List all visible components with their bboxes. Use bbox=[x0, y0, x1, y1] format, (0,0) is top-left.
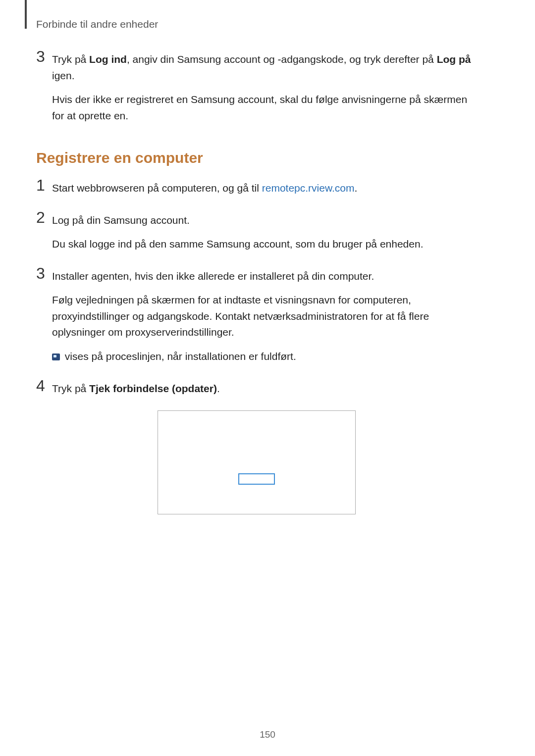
link-text: remotepc.rview.com bbox=[262, 182, 355, 194]
step-3: 3 Installer agenten, hvis den ikke aller… bbox=[36, 266, 477, 365]
step-body: Log på din Samsung account. Du skal logg… bbox=[52, 212, 423, 252]
text: , angiv din Samsung account og -adgangsk… bbox=[127, 53, 437, 65]
section-heading: Registrere en computer bbox=[36, 150, 477, 166]
paragraph: Du skal logge ind på den samme Samsung a… bbox=[52, 236, 423, 252]
monitor-tray-icon bbox=[52, 353, 60, 360]
breadcrumb-header: Forbinde til andre enheder bbox=[36, 18, 158, 30]
paragraph: Tryk på Log ind, angiv din Samsung accou… bbox=[52, 51, 477, 84]
paragraph: vises på proceslinjen, når installatione… bbox=[52, 349, 477, 365]
step-body: Tryk på Tjek forbindelse (opdater). bbox=[52, 381, 220, 397]
highlighted-button-outline bbox=[238, 473, 275, 485]
paragraph: Tryk på Tjek forbindelse (opdater). bbox=[52, 381, 220, 397]
screenshot-placeholder bbox=[158, 410, 356, 514]
text: Tryk på bbox=[52, 53, 89, 65]
paragraph: Følg vejledningen på skærmen for at indt… bbox=[52, 292, 477, 341]
step-number: 1 bbox=[36, 177, 52, 193]
bold-text: Tjek forbindelse (opdater) bbox=[89, 383, 217, 394]
bold-text: Log på bbox=[437, 53, 471, 65]
text: Tryk på bbox=[52, 383, 89, 394]
paragraph: Start webbrowseren på computeren, og gå … bbox=[52, 180, 357, 197]
step-number: 4 bbox=[36, 378, 52, 394]
page-content: 3 Tryk på Log ind, angiv din Samsung acc… bbox=[36, 50, 477, 514]
text: . bbox=[354, 182, 357, 194]
step-1: 1 Start webbrowseren på computeren, og g… bbox=[36, 178, 477, 197]
paragraph: Installer agenten, hvis den ikke allered… bbox=[52, 268, 477, 285]
step-body: Tryk på Log ind, angiv din Samsung accou… bbox=[52, 51, 477, 124]
step-2: 2 Log på din Samsung account. Du skal lo… bbox=[36, 210, 477, 252]
text: igen. bbox=[52, 70, 75, 81]
text: . bbox=[217, 383, 220, 394]
step-number: 3 bbox=[36, 265, 52, 281]
step-body: Start webbrowseren på computeren, og gå … bbox=[52, 180, 357, 197]
step-number: 3 bbox=[36, 49, 52, 64]
paragraph: Log på din Samsung account. bbox=[52, 212, 423, 229]
step-4: 4 Tryk på Tjek forbindelse (opdater). bbox=[36, 379, 477, 397]
page-number: 150 bbox=[0, 729, 535, 740]
paragraph: Hvis der ikke er registreret en Samsung … bbox=[52, 92, 477, 124]
step-number: 2 bbox=[36, 209, 52, 225]
top-step-3: 3 Tryk på Log ind, angiv din Samsung acc… bbox=[36, 50, 477, 124]
header-rule bbox=[25, 0, 27, 29]
text: Start webbrowseren på computeren, og gå … bbox=[52, 182, 262, 194]
bold-text: Log ind bbox=[89, 53, 127, 65]
step-body: Installer agenten, hvis den ikke allered… bbox=[52, 268, 477, 365]
text: vises på proceslinjen, når installatione… bbox=[62, 351, 296, 362]
